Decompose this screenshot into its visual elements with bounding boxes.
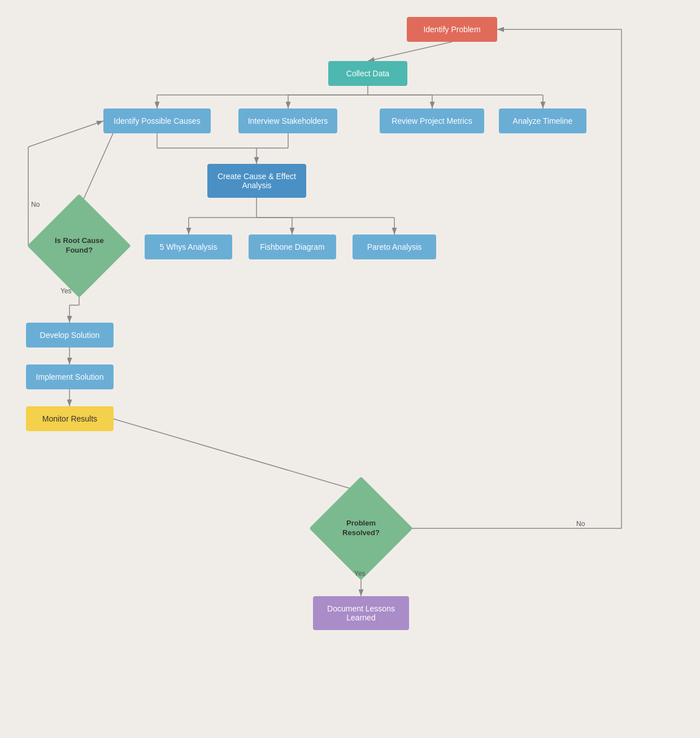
root-cause-diamond[interactable]: Is Root CauseFound? — [27, 194, 131, 298]
document-lessons-node[interactable]: Document Lessons Learned — [313, 596, 409, 630]
problem-resolved-diamond[interactable]: ProblemResolved? — [309, 476, 413, 580]
yes-root-cause-label: Yes — [60, 287, 72, 295]
identify-problem-node[interactable]: Identify Problem — [407, 17, 497, 42]
no-problem-resolved-label: No — [576, 520, 585, 528]
cause-effect-node[interactable]: Create Cause & Effect Analysis — [207, 164, 306, 198]
fishbone-node[interactable]: Fishbone Diagram — [249, 235, 336, 259]
svg-line-1 — [368, 42, 452, 61]
identify-causes-node[interactable]: Identify Possible Causes — [103, 108, 211, 133]
no-root-cause-label: No — [31, 201, 40, 209]
yes-problem-resolved-label: Yes — [354, 570, 366, 578]
monitor-results-node[interactable]: Monitor Results — [26, 406, 114, 431]
analyze-timeline-node[interactable]: Analyze Timeline — [499, 108, 586, 133]
five-whys-node[interactable]: 5 Whys Analysis — [145, 235, 232, 259]
flowchart: Identify Problem Collect Data Identify P… — [0, 0, 700, 738]
develop-solution-node[interactable]: Develop Solution — [26, 323, 114, 348]
collect-data-node[interactable]: Collect Data — [328, 61, 407, 86]
review-metrics-node[interactable]: Review Project Metrics — [380, 108, 484, 133]
implement-solution-node[interactable]: Implement Solution — [26, 364, 114, 389]
pareto-node[interactable]: Pareto Analysis — [353, 235, 436, 259]
interview-stakeholders-node[interactable]: Interview Stakeholders — [238, 108, 337, 133]
svg-line-24 — [79, 121, 119, 209]
svg-line-33 — [113, 419, 361, 492]
svg-line-27 — [28, 121, 103, 147]
